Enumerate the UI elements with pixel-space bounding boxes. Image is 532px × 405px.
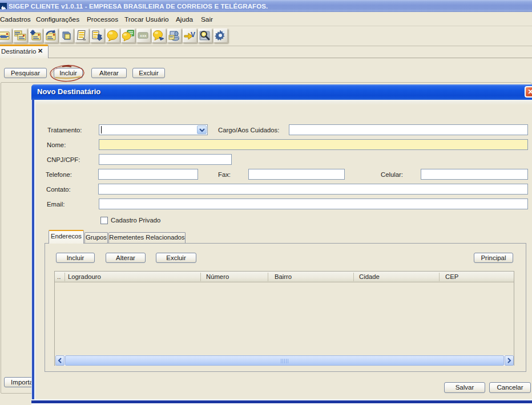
svg-text:V: V — [191, 31, 195, 39]
svg-text:xxx: xxx — [140, 34, 147, 38]
